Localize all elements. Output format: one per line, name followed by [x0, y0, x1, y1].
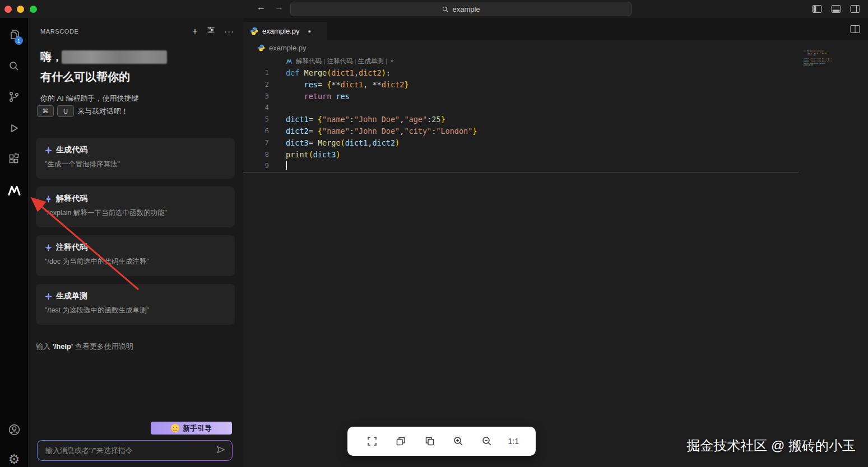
titlebar: ← → example	[0, 0, 868, 18]
sidebar-item-search[interactable]	[0, 53, 28, 80]
help-prefix: 输入	[36, 342, 53, 351]
code-line-7[interactable]: 7dict3= Merge(dict1,dict2)	[243, 137, 799, 149]
activity-bar: 1	[0, 18, 28, 467]
codelens-action-3[interactable]: 生成单测	[358, 58, 384, 64]
suggestion-cards: 生成代码"生成一个冒泡排序算法"解释代码"/explain 解释一下当前选中函数…	[36, 138, 235, 325]
marscode-logo-icon	[7, 183, 22, 198]
account-button[interactable]	[0, 416, 28, 443]
redacted-username	[62, 50, 167, 64]
codelens-close-button[interactable]: ×	[390, 58, 394, 64]
card-title: 生成代码	[56, 145, 87, 155]
shortcut-suffix: 来与我对话吧！	[77, 106, 128, 116]
suggestion-card-4[interactable]: 生成单测"/test 为这段选中的函数生成单测"	[36, 284, 235, 325]
run-debug-icon	[7, 122, 21, 135]
command-center-search[interactable]: example	[290, 2, 632, 16]
line-number: 2	[243, 79, 269, 91]
sparkle-icon	[45, 293, 52, 300]
line-number: 9	[243, 160, 269, 172]
code-line-6[interactable]: 6dict2= {"name":"John Doe","city":"Londo…	[243, 125, 799, 137]
more-actions-button[interactable]: ···	[224, 27, 234, 35]
line-content: dict1= {"name":"John Doe","age":25}	[286, 114, 445, 125]
suggestion-card-2[interactable]: 解释代码"/explain 解释一下当前选中函数的功能"	[36, 186, 235, 227]
line-content: dict3= Merge(dict1,dict2)	[286, 137, 400, 149]
card-desc: "/test 为这段选中的函数生成单测"	[45, 306, 226, 315]
u-key: U	[57, 105, 74, 117]
source-control-icon	[7, 90, 21, 104]
sidebar-item-marscode[interactable]	[0, 177, 28, 204]
tab-bar: example.py ●	[243, 18, 868, 40]
fullscreen-button[interactable]	[364, 433, 380, 449]
settings-button[interactable]: ⚙	[0, 446, 28, 467]
split-editor-icon[interactable]	[850, 25, 860, 36]
search-icon	[7, 59, 21, 73]
code-line-5[interactable]: 5dict1= {"name":"John Doe","age":25}	[243, 114, 799, 125]
new-chat-button[interactable]: +	[192, 26, 198, 36]
help-command: '/help'	[53, 342, 73, 351]
codelens-action-1[interactable]: 解释代码	[296, 58, 322, 64]
code-line-2[interactable]: 2 res= {**dict1, **dict2}	[243, 79, 799, 91]
toggle-right-panel-icon[interactable]	[850, 4, 860, 16]
codelens-actions: 解释代码 | 注释代码 | 生成单测 | ×	[296, 57, 394, 66]
panel-title: MARSCODE	[40, 28, 192, 35]
duplicate-button[interactable]	[422, 433, 438, 449]
card-desc: "/doc 为当前选中的代码生成注释"	[45, 257, 226, 267]
sidebar-item-source-control[interactable]	[0, 83, 28, 110]
line-number: 1	[243, 67, 269, 79]
zoom-in-button[interactable]	[451, 433, 466, 449]
code-line-4[interactable]: 4	[243, 102, 799, 114]
beginner-guide-button[interactable]: 新手引导	[151, 422, 232, 435]
codelens-separator: |	[384, 58, 389, 64]
code-line-1[interactable]: 1def Merge(dict1,dict2):	[243, 67, 799, 79]
line-content: print(dict3)	[286, 149, 341, 161]
line-content	[286, 160, 287, 172]
card-title: 注释代码	[56, 242, 87, 253]
traffic-close-button[interactable]	[4, 6, 12, 13]
breadcrumb-label: example.py	[269, 44, 306, 52]
zoom-scale-label[interactable]: 1:1	[508, 437, 518, 446]
hug-emoji-icon	[171, 424, 179, 432]
codelens-bar: 解释代码 | 注释代码 | 生成单测 | ×	[286, 57, 394, 66]
codelens-action-2[interactable]: 注释代码	[327, 58, 352, 64]
settings-sliders-icon[interactable]	[207, 26, 215, 36]
line-content: return res	[286, 91, 350, 102]
account-icon	[7, 423, 21, 437]
code-line-9[interactable]: 9	[243, 160, 799, 172]
suggestion-card-3[interactable]: 注释代码"/doc 为当前选中的代码生成注释"	[36, 235, 235, 276]
sidebar-item-explorer[interactable]	[0, 21, 28, 48]
card-desc: "生成一个冒泡排序算法"	[45, 160, 226, 169]
tab-example-py[interactable]: example.py ●	[243, 22, 327, 40]
watermark: 掘金技术社区 @ 搬砖的小玉	[686, 437, 856, 455]
copy-image-button[interactable]	[393, 433, 409, 449]
card-desc: "/explain 解释一下当前选中函数的功能"	[45, 208, 226, 218]
guide-button-label: 新手引导	[183, 423, 212, 433]
send-icon[interactable]	[216, 445, 225, 456]
greeting-question: 有什么可以帮你的	[40, 69, 130, 85]
line-number: 7	[243, 137, 269, 149]
extensions-icon	[7, 152, 21, 166]
line-number: 4	[243, 102, 269, 114]
codelens-separator: |	[352, 58, 358, 64]
toggle-bottom-panel-icon[interactable]	[831, 4, 841, 16]
minimap[interactable]: def Merge(dict1,dict2): res= {**dict1, *…	[804, 50, 832, 68]
chat-input-container	[37, 440, 233, 461]
breadcrumb[interactable]: example.py	[258, 44, 306, 52]
sidebar-item-run-debug[interactable]	[0, 115, 28, 142]
toggle-left-panel-icon[interactable]	[812, 4, 822, 16]
sparkle-icon	[45, 147, 52, 154]
modified-dot[interactable]: ●	[308, 29, 310, 34]
code-lines: 1def Merge(dict1,dict2):2 res= {**dict1,…	[243, 67, 799, 172]
code-line-8[interactable]: 8print(dict3)	[243, 149, 799, 161]
codelens-separator: |	[322, 58, 327, 64]
nav-back-button[interactable]: ←	[257, 2, 266, 12]
tab-label: example.py	[262, 27, 299, 35]
nav-forward-button[interactable]: →	[275, 2, 284, 12]
suggestion-card-1[interactable]: 生成代码"生成一个冒泡排序算法"	[36, 138, 235, 179]
chat-input[interactable]	[44, 446, 212, 455]
sidebar-item-extensions[interactable]	[0, 146, 28, 172]
zoom-out-button[interactable]	[479, 433, 495, 449]
card-title: 生成单测	[56, 291, 87, 301]
traffic-maximize-button[interactable]	[30, 6, 37, 13]
traffic-minimize-button[interactable]	[17, 6, 24, 13]
code-line-3[interactable]: 3 return res	[243, 91, 799, 102]
search-value: example	[452, 5, 480, 13]
